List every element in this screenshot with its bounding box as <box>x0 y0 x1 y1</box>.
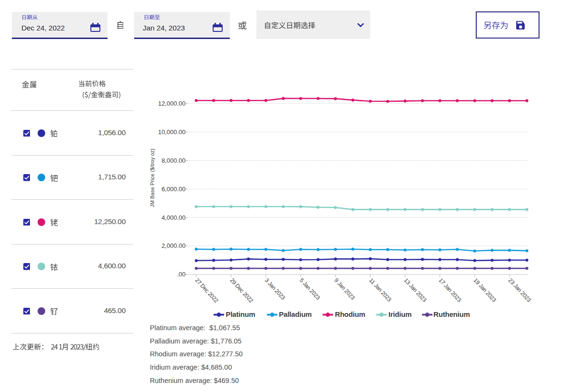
svg-text:23 Jan 2023: 23 Jan 2023 <box>507 277 532 304</box>
svg-text:10,000.00: 10,000.00 <box>158 128 186 136</box>
svg-text:JM Base Price ($/troy oz): JM Base Price ($/troy oz) <box>149 148 155 207</box>
svg-text:19 Jan 2023: 19 Jan 2023 <box>472 277 498 304</box>
svg-text:29 Dec 2022: 29 Dec 2022 <box>228 277 255 304</box>
svg-text:17 Jan 2023: 17 Jan 2023 <box>437 277 462 304</box>
svg-text:6,000.00: 6,000.00 <box>161 186 186 193</box>
svg-text:4,000.00: 4,000.00 <box>161 214 186 221</box>
svg-text:11 Jan 2023: 11 Jan 2023 <box>368 277 393 303</box>
svg-text:.00: .00 <box>177 271 186 278</box>
svg-text:5 Jan 2023: 5 Jan 2023 <box>298 277 322 301</box>
svg-text:9 Jan 2023: 9 Jan 2023 <box>333 277 356 301</box>
svg-text:3 Jan 2023: 3 Jan 2023 <box>264 277 287 301</box>
svg-text:8,000.00: 8,000.00 <box>161 157 186 164</box>
svg-text:2,000.00: 2,000.00 <box>161 242 186 249</box>
svg-text:12,000.00: 12,000.00 <box>158 100 186 107</box>
svg-text:13 Jan 2023: 13 Jan 2023 <box>402 277 428 304</box>
svg-text:27 Dec 2022: 27 Dec 2022 <box>194 277 220 304</box>
